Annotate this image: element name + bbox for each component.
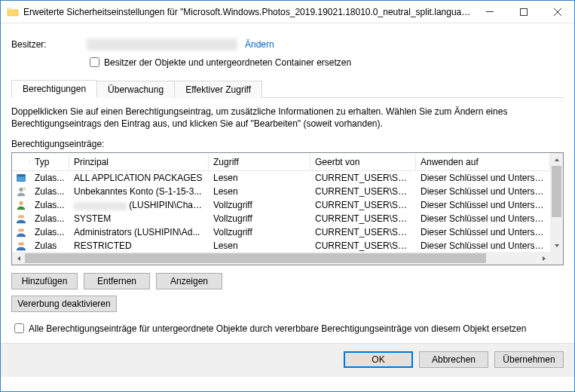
principal-icon (12, 225, 30, 239)
scroll-down-button[interactable] (550, 239, 563, 252)
cell-principal: SYSTEM (69, 211, 209, 226)
column-access[interactable]: Zugriff (209, 155, 310, 170)
cell-access: Lesen (209, 238, 310, 252)
cell-inherited: CURRENT_USER\Softw... (310, 198, 416, 213)
replace-owner-checkbox[interactable] (90, 57, 99, 67)
cell-type: Zulas (30, 238, 69, 252)
table-row[interactable]: Zulas...Administrators (LUSHIPIN\Ad...Vo… (12, 225, 550, 239)
horizontal-scrollbar[interactable] (12, 252, 550, 265)
principal-icon (12, 171, 30, 185)
scroll-right-button[interactable] (537, 252, 550, 265)
list-label: Berechtigungseinträge: (11, 139, 564, 149)
column-applies[interactable]: Anwenden auf (416, 155, 550, 170)
principal-icon (12, 239, 30, 252)
cell-principal: (LUSHIPIN\Chan... (69, 198, 209, 213)
cell-applies: Dieser Schlüssel und Unterschl (416, 184, 550, 199)
cell-applies: Dieser Schlüssel und Unterschl (416, 198, 550, 213)
principal-icon (12, 198, 30, 212)
tab-auditing[interactable]: Überwachung (96, 81, 175, 98)
table-row[interactable]: Zulas... (LUSHIPIN\Chan...VollzugriffCUR… (12, 198, 550, 212)
cell-applies: Dieser Schlüssel und Unterschl (416, 238, 550, 252)
cell-type: Zulas... (30, 198, 69, 213)
list-header: Typ Prinzipal Zugriff Geerbt von Anwende… (12, 153, 550, 171)
vertical-scroll-thumb[interactable] (552, 166, 561, 217)
vertical-scrollbar[interactable] (550, 153, 563, 252)
principal-icon (12, 212, 30, 225)
owner-row: Besitzer: Ändern (11, 38, 564, 51)
cancel-button[interactable]: Abbrechen (419, 351, 488, 368)
replace-all-checkbox[interactable] (14, 323, 24, 333)
table-row[interactable]: ZulasRESTRICTEDLesenCURRENT_USER\SoftwDi… (12, 239, 550, 252)
cell-type: Zulas... (30, 170, 69, 185)
svg-point-10 (21, 229, 24, 232)
svg-point-8 (21, 216, 24, 219)
column-inherited[interactable]: Geerbt von (310, 155, 416, 170)
cell-inherited: CURRENT_USER\Softw... (310, 211, 416, 226)
principal-icon: ? (12, 185, 30, 198)
cell-access: Vollzugriff (209, 198, 310, 213)
principal-redacted (74, 202, 127, 210)
cell-inherited: CURRENT_USER\Softw... (310, 170, 416, 185)
folder-icon (7, 6, 19, 18)
cell-principal: Unbekanntes Konto (S-1-15-3... (69, 184, 209, 199)
table-row[interactable]: ?Zulas...Unbekanntes Konto (S-1-15-3...L… (12, 185, 550, 198)
cell-inherited: CURRENT_USER\Softw... (310, 184, 416, 199)
cell-type: Zulas... (30, 211, 69, 226)
view-button[interactable]: Anzeigen (156, 273, 222, 289)
cell-applies: Dieser Schlüssel und Unterschl (416, 170, 550, 185)
svg-rect-0 (486, 11, 494, 12)
cell-applies: Dieser Schlüssel und Unterschl (416, 211, 550, 226)
ok-button[interactable]: OK (344, 351, 413, 368)
scroll-left-button[interactable] (12, 252, 25, 265)
minimize-button[interactable] (473, 1, 506, 23)
add-button[interactable]: Hinzufügen (11, 273, 78, 289)
table-row[interactable]: Zulas...ALL APPLICATION PACKAGESLesenCUR… (12, 171, 550, 185)
cell-applies: Dieser Schlüssel und Unterschl (416, 225, 550, 240)
svg-point-6 (19, 201, 23, 205)
cell-access: Lesen (209, 170, 310, 185)
owner-value-redacted (87, 38, 237, 51)
column-icon[interactable] (12, 161, 30, 164)
change-owner-link[interactable]: Ändern (245, 39, 274, 50)
cell-type: Zulas... (30, 184, 69, 199)
replace-owner-label: Besitzer der Objekte und untergeordneten… (104, 57, 351, 68)
permission-list: Typ Prinzipal Zugriff Geerbt von Anwende… (11, 152, 564, 265)
svg-point-12 (21, 243, 24, 246)
dialog-content: Besitzer: Ändern Besitzer der Objekte un… (1, 23, 574, 343)
cell-type: Zulas... (30, 225, 69, 240)
apply-button[interactable]: Übernehmen (494, 351, 564, 368)
maximize-button[interactable] (506, 1, 540, 23)
column-type[interactable]: Typ (30, 155, 69, 170)
scrollbar-corner (550, 252, 563, 265)
tab-effective-access[interactable]: Effektiver Zugriff (174, 81, 262, 98)
scroll-up-button[interactable] (550, 153, 563, 166)
window-title: Erweiterte Sicherheitseinstellungen für … (23, 7, 473, 17)
owner-label: Besitzer: (11, 39, 87, 50)
tab-permissions[interactable]: Berechtigungen (11, 80, 97, 98)
cell-inherited: CURRENT_USER\Softw (310, 238, 416, 252)
cell-principal: ALL APPLICATION PACKAGES (69, 170, 209, 185)
dialog-footer: OK Abbrechen Übernehmen (1, 343, 574, 377)
table-row[interactable]: Zulas...SYSTEMVollzugriffCURRENT_USER\So… (12, 212, 550, 225)
horizontal-scroll-thumb[interactable] (25, 253, 486, 263)
svg-rect-1 (520, 8, 527, 15)
cell-access: Vollzugriff (209, 225, 310, 240)
replace-all-label: Alle Berechtigungseinträge für untergeor… (29, 323, 526, 334)
replace-all-row[interactable]: Alle Berechtigungseinträge für untergeor… (11, 321, 564, 335)
cell-principal: Administrators (LUSHIPIN\Ad... (69, 225, 209, 240)
help-text: Doppelklicken Sie auf einen Berechtigung… (11, 106, 564, 130)
titlebar: Erweiterte Sicherheitseinstellungen für … (1, 1, 574, 23)
cell-access: Lesen (209, 184, 310, 199)
cell-inherited: CURRENT_USER\Softw... (310, 225, 416, 240)
disable-inheritance-button[interactable]: Vererbung deaktivieren (11, 296, 117, 312)
tabs: Berechtigungen Überwachung Effektiver Zu… (11, 80, 564, 98)
replace-owner-checkbox-row[interactable]: Besitzer der Objekte und untergeordneten… (87, 55, 564, 69)
cell-access: Vollzugriff (209, 211, 310, 226)
remove-button[interactable]: Entfernen (84, 273, 150, 289)
svg-rect-3 (17, 175, 26, 177)
column-principal[interactable]: Prinzipal (69, 155, 209, 170)
cell-principal: RESTRICTED (69, 238, 209, 252)
svg-text:?: ? (23, 187, 26, 192)
close-button[interactable] (540, 1, 574, 23)
